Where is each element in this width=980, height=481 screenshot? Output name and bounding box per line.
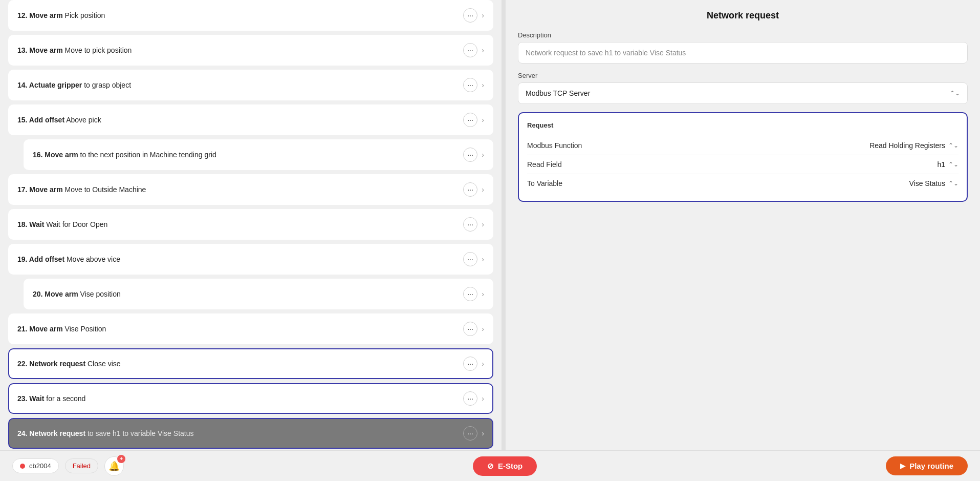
step-item-19[interactable]: 19. Add offset Move above vice ··· › <box>8 244 493 275</box>
failed-badge: Failed <box>65 458 98 473</box>
step-label-19: 19. Add offset Move above vice <box>17 255 463 263</box>
notifications-button[interactable]: 🔔 + <box>104 456 124 476</box>
step-item-17[interactable]: 17. Move arm Move to Outside Machine ···… <box>8 174 493 205</box>
step-label-12: 12. Move arm Pick position <box>17 11 463 19</box>
step-bold-18: 18. Wait <box>17 220 44 228</box>
step-actions-22: ··· › <box>463 357 484 371</box>
steps-list: 12. Move arm Pick position ··· › 13. Mov… <box>0 0 502 450</box>
step-label-18: 18. Wait Wait for Door Open <box>17 220 463 228</box>
step-text-24: to save h1 to variable Vise Status <box>88 429 194 437</box>
step-menu-13[interactable]: ··· <box>463 43 477 57</box>
panel-divider <box>502 0 506 450</box>
step-item-15[interactable]: 15. Add offset Above pick ··· › <box>8 104 493 135</box>
step-chevron-12[interactable]: › <box>482 11 484 19</box>
step-chevron-13[interactable]: › <box>482 46 484 54</box>
step-menu-22[interactable]: ··· <box>463 357 477 371</box>
step-bold-21: 21. Move arm <box>17 325 63 333</box>
step-chevron-15[interactable]: › <box>482 116 484 124</box>
read-field-label: Read Field <box>527 160 562 169</box>
server-select-icon: ⌃⌄ <box>950 90 960 97</box>
step-item-13[interactable]: 13. Move arm Move to pick position ··· › <box>8 35 493 66</box>
step-actions-17: ··· › <box>463 182 484 197</box>
estop-icon: ⊘ <box>487 462 494 471</box>
step-menu-24[interactable]: ··· <box>463 426 477 441</box>
step-item-14[interactable]: 14. Actuate gripper to grasp object ··· … <box>8 70 493 100</box>
panel-title: Network request <box>518 10 968 21</box>
step-text-22: Close vise <box>88 360 121 368</box>
play-routine-button[interactable]: ▶ Play routine <box>886 456 968 475</box>
step-menu-14[interactable]: ··· <box>463 78 477 92</box>
step-menu-19[interactable]: ··· <box>463 252 477 266</box>
step-text-13: Move to pick position <box>65 46 132 54</box>
step-chevron-23[interactable]: › <box>482 394 484 403</box>
server-select[interactable]: Modbus TCP Server ⌃⌄ <box>518 82 968 104</box>
step-item-22[interactable]: 22. Network request Close vise ··· › <box>8 348 493 379</box>
step-bold-23: 23. Wait <box>17 394 44 403</box>
step-chevron-18[interactable]: › <box>482 220 484 228</box>
step-bold-14: 14. Actuate gripper <box>17 81 82 89</box>
description-input[interactable]: Network request to save h1 to variable V… <box>518 42 968 64</box>
step-text-20: Vise position <box>80 290 121 298</box>
description-label: Description <box>518 31 968 39</box>
to-variable-label: To Variable <box>527 179 562 187</box>
step-chevron-16[interactable]: › <box>482 151 484 159</box>
step-item-20[interactable]: 20. Move arm Vise position ··· › <box>24 279 493 309</box>
step-bold-19: 19. Add offset <box>17 255 64 263</box>
step-item-21[interactable]: 21. Move arm Vise Position ··· › <box>8 313 493 344</box>
step-actions-21: ··· › <box>463 322 484 336</box>
step-menu-12[interactable]: ··· <box>463 8 477 23</box>
step-bold-16: 16. Move arm <box>33 151 78 159</box>
step-menu-17[interactable]: ··· <box>463 182 477 197</box>
step-item-24[interactable]: 24. Network request to save h1 to variab… <box>8 418 493 449</box>
step-chevron-22[interactable]: › <box>482 360 484 368</box>
step-label-23: 23. Wait for a second <box>17 394 463 403</box>
step-menu-20[interactable]: ··· <box>463 287 477 301</box>
step-item-16[interactable]: 16. Move arm to the next position in Mac… <box>24 139 493 170</box>
bottom-bar: cb2004 Failed 🔔 + ⊘ E-Stop ▶ Play routin… <box>0 450 980 481</box>
step-menu-21[interactable]: ··· <box>463 322 477 336</box>
step-chevron-19[interactable]: › <box>482 255 484 263</box>
step-label-21: 21. Move arm Vise Position <box>17 325 463 333</box>
bell-badge: + <box>117 455 125 463</box>
step-chevron-14[interactable]: › <box>482 81 484 89</box>
step-menu-18[interactable]: ··· <box>463 217 477 232</box>
step-item-23[interactable]: 23. Wait for a second ··· › <box>8 383 493 414</box>
step-actions-20: ··· › <box>463 287 484 301</box>
step-actions-16: ··· › <box>463 148 484 162</box>
server-section: Server Modbus TCP Server ⌃⌄ <box>518 72 968 104</box>
step-item-12[interactable]: 12. Move arm Pick position ··· › <box>8 0 493 31</box>
to-variable-value[interactable]: Vise Status ⌃⌄ <box>909 179 959 187</box>
read-field-value[interactable]: h1 ⌃⌄ <box>937 160 959 169</box>
description-section: Description Network request to save h1 t… <box>518 31 968 64</box>
step-label-13: 13. Move arm Move to pick position <box>17 46 463 54</box>
step-chevron-17[interactable]: › <box>482 185 484 194</box>
step-text-17: Move to Outside Machine <box>65 185 146 194</box>
play-icon: ▶ <box>900 462 905 470</box>
step-text-18: Wait for Door Open <box>46 220 107 228</box>
step-menu-15[interactable]: ··· <box>463 113 477 127</box>
estop-button[interactable]: ⊘ E-Stop <box>473 456 537 476</box>
step-label-14: 14. Actuate gripper to grasp object <box>17 81 463 89</box>
step-menu-16[interactable]: ··· <box>463 148 477 162</box>
step-item-18[interactable]: 18. Wait Wait for Door Open ··· › <box>8 209 493 240</box>
robot-id: cb2004 <box>29 462 51 470</box>
modbus-function-value[interactable]: Read Holding Registers ⌃⌄ <box>869 141 959 150</box>
status-section: cb2004 Failed 🔔 + <box>12 456 124 476</box>
step-chevron-21[interactable]: › <box>482 325 484 333</box>
status-dot <box>20 464 25 469</box>
read-field-row: Read Field h1 ⌃⌄ <box>527 155 959 174</box>
estop-label: E-Stop <box>498 462 522 470</box>
modbus-function-icon: ⌃⌄ <box>948 142 959 149</box>
step-bold-15: 15. Add offset <box>17 116 64 124</box>
step-actions-19: ··· › <box>463 252 484 266</box>
step-label-22: 22. Network request Close vise <box>17 360 463 368</box>
step-text-15: Above pick <box>66 116 101 124</box>
step-chevron-20[interactable]: › <box>482 290 484 298</box>
step-bold-24: 24. Network request <box>17 429 85 437</box>
step-chevron-24[interactable]: › <box>482 429 484 437</box>
step-text-23: for a second <box>46 394 85 403</box>
to-variable-icon: ⌃⌄ <box>948 180 959 187</box>
server-label: Server <box>518 72 968 79</box>
step-text-14: to grasp object <box>84 81 131 89</box>
step-menu-23[interactable]: ··· <box>463 391 477 406</box>
